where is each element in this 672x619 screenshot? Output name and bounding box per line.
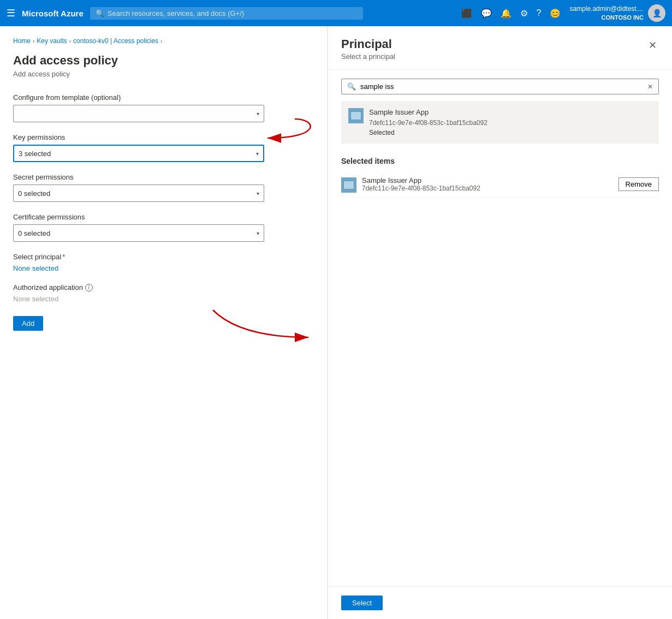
secret-permissions-group: Secret permissions 0 selected ▾: [13, 173, 314, 202]
panel-title: Principal: [341, 37, 395, 51]
select-principal-label: Select principal*: [13, 253, 314, 261]
search-icon: 🔍: [347, 82, 356, 91]
avatar[interactable]: 👤: [648, 4, 665, 22]
secret-permissions-select[interactable]: 0 selected ▾: [13, 184, 264, 202]
none-selected-auth: None selected: [13, 295, 58, 303]
none-selected-principal-link[interactable]: None selected: [13, 264, 58, 272]
configure-template-select[interactable]: ▾: [13, 105, 264, 122]
chevron-down-icon: ▾: [257, 111, 259, 117]
nav-icons: ⬛ 💬 🔔 ⚙ ? 😊 sample.admin@didtest.... CON…: [461, 4, 665, 22]
settings-icon[interactable]: ⚙: [520, 8, 528, 19]
principal-search-input[interactable]: [360, 82, 643, 91]
selected-app-icon: [341, 177, 356, 193]
cloud-shell-icon[interactable]: ⬛: [461, 8, 472, 19]
user-info[interactable]: sample.admin@didtest.... CONTOSO INC 👤: [569, 4, 665, 22]
result-id: 7defc11c-9e7e-4f08-853c-1baf15cba092: [369, 118, 487, 128]
breadcrumb-home[interactable]: Home: [13, 37, 31, 45]
search-clear-icon[interactable]: ✕: [647, 83, 653, 91]
selected-item-id: 7defc11c-9e7e-4f08-853c-1baf15cba092: [362, 184, 613, 192]
panel-content: 🔍 ✕ Sample Issuer App 7defc11c-9e7e-4f08…: [328, 70, 672, 586]
key-permissions-value: 3 selected: [19, 150, 51, 158]
breadcrumb-keyvaults[interactable]: Key vaults: [37, 37, 67, 45]
page-title: Add access policy: [13, 53, 314, 68]
breadcrumb: Home › Key vaults › contoso-kv0 | Access…: [13, 37, 314, 45]
configure-template-label: Configure from template (optional): [13, 93, 314, 102]
breadcrumb-sep-2: ›: [69, 38, 71, 44]
selected-item: Sample Issuer App 7defc11c-9e7e-4f08-853…: [341, 172, 659, 198]
selected-items-section: Selected items Sample Issuer App 7defc11…: [341, 157, 659, 198]
search-input[interactable]: [108, 9, 358, 17]
certificate-permissions-label: Certificate permissions: [13, 213, 314, 221]
user-name: sample.admin@didtest....: [569, 5, 644, 14]
panel-footer: Select: [328, 586, 672, 619]
account-icon[interactable]: 😊: [550, 8, 561, 19]
feedback-icon[interactable]: 💬: [481, 8, 492, 19]
help-icon[interactable]: ?: [537, 8, 542, 18]
panel-subtitle: Select a principal: [341, 52, 395, 61]
auth-app-group: Authorized application i None selected: [13, 283, 314, 303]
auth-app-label: Authorized application i: [13, 283, 314, 291]
info-icon[interactable]: i: [85, 284, 93, 291]
required-marker: *: [62, 253, 65, 261]
app-icon: [348, 108, 364, 123]
principal-search-box[interactable]: 🔍 ✕: [341, 79, 659, 94]
search-icon: 🔍: [96, 9, 104, 17]
selected-item-name: Sample Issuer App: [362, 176, 613, 184]
left-panel: Home › Key vaults › contoso-kv0 | Access…: [0, 26, 328, 619]
top-navigation: ☰ Microsoft Azure 🔍 ⬛ 💬 🔔 ⚙ ? 😊 sample.a…: [0, 0, 672, 26]
key-permissions-label: Key permissions: [13, 133, 314, 141]
configure-template-group: Configure from template (optional) ▾: [13, 93, 314, 122]
certificate-permissions-group: Certificate permissions 0 selected ▾: [13, 213, 314, 242]
key-permissions-group: Key permissions 3 selected ▾: [13, 133, 314, 162]
main-layout: Home › Key vaults › contoso-kv0 | Access…: [0, 26, 672, 619]
remove-button[interactable]: Remove: [619, 177, 659, 191]
key-permissions-select[interactable]: 3 selected ▾: [13, 145, 264, 162]
breadcrumb-sep-3: ›: [160, 38, 162, 44]
certificate-permissions-select[interactable]: 0 selected ▾: [13, 224, 264, 242]
certificate-permissions-value: 0 selected: [18, 229, 50, 237]
panel-header: Principal Select a principal ✕: [328, 26, 672, 70]
principal-panel: Principal Select a principal ✕ 🔍 ✕ Sampl…: [328, 26, 672, 619]
chevron-down-icon: ▾: [257, 191, 259, 197]
hamburger-menu[interactable]: ☰: [7, 7, 15, 19]
global-search-box[interactable]: 🔍: [90, 7, 363, 20]
add-button[interactable]: Add: [13, 316, 43, 331]
chevron-down-icon: ▾: [256, 151, 259, 157]
page-subtitle: Add access policy: [13, 70, 314, 78]
search-result-item[interactable]: Sample Issuer App 7defc11c-9e7e-4f08-853…: [341, 101, 659, 144]
select-button[interactable]: Select: [341, 596, 383, 610]
select-principal-group: Select principal* None selected: [13, 253, 314, 272]
user-org: CONTOSO INC: [569, 14, 644, 21]
breadcrumb-access-policies[interactable]: contoso-kv0 | Access policies: [73, 37, 158, 45]
result-status: Selected: [369, 128, 487, 138]
azure-logo: Microsoft Azure: [22, 9, 84, 18]
result-name: Sample Issuer App: [369, 107, 487, 118]
notifications-icon[interactable]: 🔔: [501, 8, 512, 19]
breadcrumb-sep-1: ›: [33, 38, 34, 44]
secret-permissions-value: 0 selected: [18, 189, 50, 198]
chevron-down-icon: ▾: [257, 230, 259, 236]
secret-permissions-label: Secret permissions: [13, 173, 314, 181]
selected-items-title: Selected items: [341, 157, 659, 165]
close-button[interactable]: ✕: [646, 37, 659, 53]
